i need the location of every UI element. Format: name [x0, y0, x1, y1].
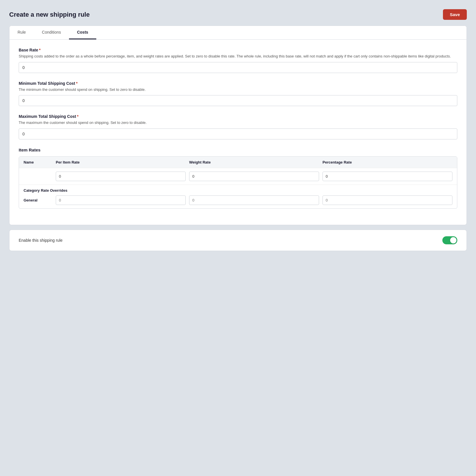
costs-tab-content: Base Rate* Shipping costs added to the o… — [9, 40, 467, 225]
default-row-weight-cell — [189, 172, 319, 181]
enable-rule-label: Enable this shipping rule — [19, 238, 63, 243]
max-shipping-required: * — [77, 114, 78, 119]
min-shipping-required: * — [76, 81, 78, 86]
page-title: Create a new shipping rule — [9, 11, 90, 18]
item-rates-default-row — [19, 168, 457, 185]
item-rates-group: Item Rates Name Per Item Rate Weight Rat… — [19, 147, 457, 209]
col-per-item-rate: Per Item Rate — [56, 160, 186, 164]
enable-rule-card: Enable this shipping rule — [9, 230, 467, 251]
default-weight-input[interactable] — [189, 172, 319, 181]
base-rate-description: Shipping costs added to the order as a w… — [19, 53, 457, 59]
category-general-row: General — [24, 195, 452, 205]
toggle-track[interactable] — [442, 236, 457, 244]
general-per-item-input[interactable] — [56, 195, 186, 205]
col-percentage-rate: Percentage Rate — [323, 160, 452, 164]
base-rate-label: Base Rate* — [19, 48, 457, 52]
base-rate-input[interactable] — [19, 62, 457, 73]
general-percentage-input[interactable] — [323, 195, 452, 205]
general-per-item-cell — [56, 195, 186, 205]
max-shipping-input[interactable] — [19, 128, 457, 139]
enable-rule-toggle[interactable] — [442, 236, 457, 244]
max-shipping-group: Maximum Total Shipping Cost* The maximum… — [19, 114, 457, 139]
default-row-percentage-cell — [323, 172, 452, 181]
tab-costs[interactable]: Costs — [69, 26, 96, 39]
base-rate-required: * — [39, 48, 41, 52]
tab-bar: Rule Conditions Costs — [9, 26, 467, 40]
general-weight-input[interactable] — [189, 195, 319, 205]
default-percentage-input[interactable] — [323, 172, 452, 181]
item-rates-table: Name Per Item Rate Weight Rate Percentag… — [19, 156, 457, 209]
base-rate-group: Base Rate* Shipping costs added to the o… — [19, 48, 457, 73]
tab-rule[interactable]: Rule — [9, 26, 34, 39]
max-shipping-description: The maximum the customer should spend on… — [19, 120, 457, 126]
min-shipping-input[interactable] — [19, 95, 457, 106]
max-shipping-label: Maximum Total Shipping Cost* — [19, 114, 457, 119]
item-rates-table-header: Name Per Item Rate Weight Rate Percentag… — [19, 157, 457, 168]
category-general-name: General — [24, 198, 52, 202]
main-card: Rule Conditions Costs Base Rate* Shippin… — [9, 26, 467, 225]
general-weight-cell — [189, 195, 319, 205]
min-shipping-label: Minimum Total Shipping Cost* — [19, 81, 457, 86]
col-name: Name — [24, 160, 52, 164]
save-button[interactable]: Save — [443, 9, 467, 20]
toggle-knob — [450, 237, 456, 243]
min-shipping-description: The minimum the customer should spend on… — [19, 87, 457, 93]
item-rates-section-label: Item Rates — [19, 147, 457, 152]
default-per-item-input[interactable] — [56, 172, 186, 181]
category-rate-overrides-section: Category Rate Overrides General — [19, 185, 457, 208]
min-shipping-group: Minimum Total Shipping Cost* The minimum… — [19, 81, 457, 106]
general-percentage-cell — [323, 195, 452, 205]
col-weight-rate: Weight Rate — [189, 160, 319, 164]
tab-conditions[interactable]: Conditions — [34, 26, 69, 39]
default-row-per-item-cell — [56, 172, 186, 181]
category-overrides-label: Category Rate Overrides — [24, 188, 452, 193]
